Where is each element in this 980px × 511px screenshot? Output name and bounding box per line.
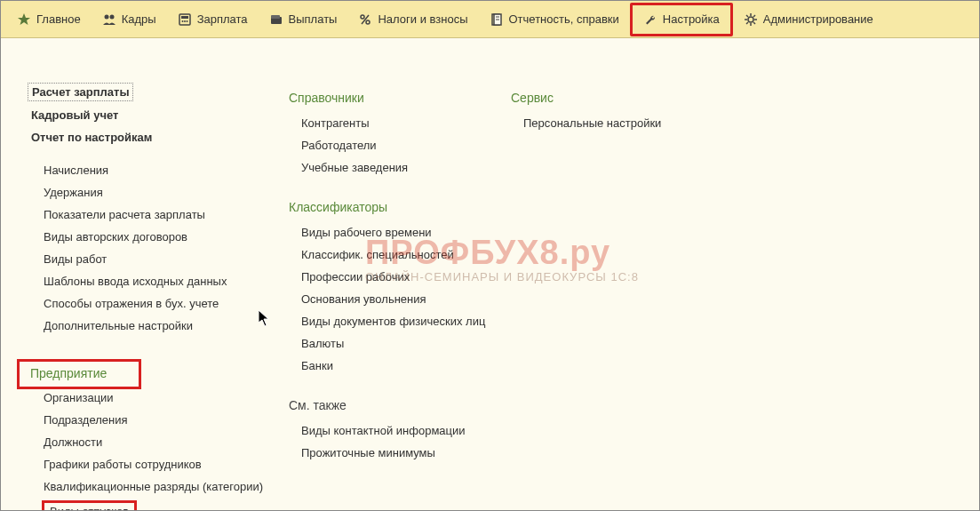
toolbar-label: Выплаты — [289, 12, 338, 26]
list-item[interactable]: Начисления — [42, 162, 285, 179]
link-vacation-types[interactable]: Виды отпусков — [42, 500, 137, 511]
list-item[interactable]: Виды документов физических лиц — [299, 313, 507, 330]
svg-line-22 — [746, 15, 748, 17]
list-item[interactable]: Удержания — [42, 184, 285, 201]
toolbar-label: Налоги и взносы — [378, 12, 467, 26]
toolbar-label: Настройка — [663, 12, 720, 26]
list-item[interactable]: Работодатели — [299, 137, 507, 154]
section-see-also: См. также — [285, 395, 507, 415]
toolbar-label: Отчетность, справки — [509, 12, 619, 26]
list-item[interactable]: Графики работы сотрудников — [42, 456, 285, 473]
link-settings-report[interactable]: Отчет по настройкам — [28, 129, 285, 146]
toolbar-label: Администрирование — [763, 12, 873, 26]
toolbar-main[interactable]: Главное — [6, 1, 92, 37]
list-item[interactable]: Дополнительные настройки — [42, 317, 285, 334]
content-area: Расчет зарплаты Кадровый учет Отчет по н… — [1, 38, 979, 511]
svg-point-11 — [366, 20, 370, 24]
misc-links: Начисления Удержания Показатели расчета … — [28, 162, 285, 334]
list-item[interactable]: Виды рабочего времени — [299, 224, 507, 241]
list-item[interactable]: Контрагенты — [299, 115, 507, 132]
section-directories[interactable]: Справочники — [285, 88, 507, 108]
toolbar-label: Главное — [36, 12, 81, 26]
list-item[interactable]: Основания увольнения — [299, 291, 507, 307]
svg-rect-9 — [271, 15, 280, 19]
svg-rect-3 — [179, 14, 190, 25]
top-links: Расчет зарплаты Кадровый учет Отчет по н… — [28, 83, 285, 146]
list-item[interactable]: Организации — [42, 389, 285, 406]
column-1: Расчет зарплаты Кадровый учет Отчет по н… — [28, 83, 285, 511]
enterprise-links: Организации Подразделения Должности Граф… — [28, 389, 285, 511]
toolbar-admin[interactable]: Администрирование — [733, 1, 884, 37]
list-item[interactable]: Валюты — [299, 335, 507, 352]
toolbar-settings[interactable]: Настройка — [630, 3, 733, 36]
list-item[interactable]: Персональные настройки — [522, 115, 756, 132]
people-icon — [102, 12, 116, 27]
list-item[interactable]: Подразделения — [42, 411, 285, 428]
section-classifiers[interactable]: Классификаторы — [285, 197, 507, 217]
list-item[interactable]: Классифик. специальностей — [299, 246, 507, 263]
svg-line-12 — [362, 15, 369, 24]
toolbar-salary[interactable]: Зарплата — [167, 1, 259, 37]
wallet-icon — [269, 12, 283, 27]
svg-point-1 — [104, 14, 108, 19]
section-enterprise[interactable]: Предприятие — [27, 363, 139, 383]
svg-point-5 — [181, 20, 183, 22]
svg-point-17 — [748, 17, 753, 22]
enterprise-section-highlight: Предприятие — [17, 359, 141, 389]
svg-point-6 — [184, 20, 186, 22]
list-item[interactable]: Банки — [299, 357, 507, 374]
doc-icon — [490, 12, 504, 27]
svg-point-7 — [186, 20, 187, 22]
svg-rect-4 — [181, 16, 188, 19]
column-3: Сервис Персональные настройки — [507, 83, 756, 511]
list-item[interactable]: Шаблоны ввода исходных данных — [42, 273, 285, 290]
main-toolbar: Главное Кадры Зарплата Выплаты Налоги и … — [1, 1, 979, 38]
wrench-icon — [643, 12, 657, 27]
calc-icon — [178, 12, 192, 27]
toolbar-label: Зарплата — [197, 12, 248, 26]
list-item[interactable]: Квалификационные разряды (категории) — [42, 478, 285, 495]
percent-icon — [358, 12, 372, 27]
list-item[interactable]: Прожиточные минимумы — [299, 444, 507, 461]
list-item[interactable]: Должности — [42, 434, 285, 451]
svg-line-24 — [746, 22, 748, 24]
list-item[interactable]: Профессии рабочих — [299, 268, 507, 285]
link-salary-calc[interactable]: Расчет зарплаты — [28, 83, 133, 101]
list-item[interactable]: Способы отражения в бух. учете — [42, 295, 285, 312]
column-2: Справочники Контрагенты Работодатели Уче… — [285, 83, 507, 511]
section-service[interactable]: Сервис — [507, 88, 756, 108]
classifiers-links: Виды рабочего времени Классифик. специал… — [285, 224, 507, 374]
star-icon — [17, 12, 31, 27]
list-item[interactable]: Показатели расчета зарплаты — [42, 206, 285, 223]
toolbar-hr[interactable]: Кадры — [92, 1, 167, 37]
svg-point-10 — [361, 15, 364, 19]
list-item[interactable]: Учебные заведения — [299, 159, 507, 176]
list-item[interactable]: Виды работ — [42, 251, 285, 267]
svg-line-25 — [753, 15, 755, 17]
list-item[interactable]: Виды контактной информации — [299, 422, 507, 439]
list-item[interactable]: Виды авторских договоров — [42, 228, 285, 245]
toolbar-payments[interactable]: Выплаты — [259, 1, 348, 37]
directories-links: Контрагенты Работодатели Учебные заведен… — [285, 115, 507, 176]
toolbar-taxes[interactable]: Налоги и взносы — [347, 1, 478, 37]
link-hr-accounting[interactable]: Кадровый учет — [28, 107, 285, 124]
svg-marker-0 — [18, 13, 30, 25]
gear-icon — [744, 12, 758, 27]
see-also-links: Виды контактной информации Прожиточные м… — [285, 422, 507, 461]
toolbar-label: Кадры — [122, 12, 156, 26]
toolbar-reports[interactable]: Отчетность, справки — [479, 1, 630, 37]
svg-point-2 — [109, 14, 114, 19]
service-links: Персональные настройки — [507, 115, 756, 132]
svg-line-23 — [753, 22, 755, 24]
